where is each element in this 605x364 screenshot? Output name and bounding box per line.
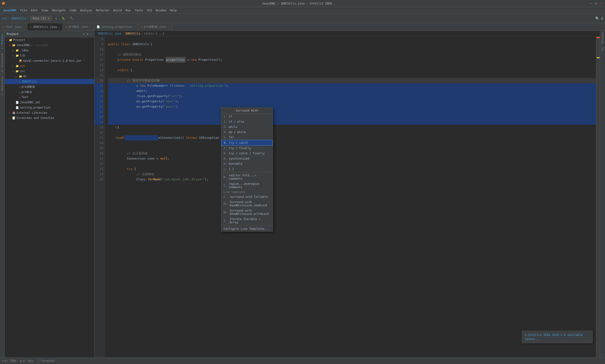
tab-pro-data[interactable]: ☕ pro读数据.java ✕: [138, 23, 172, 30]
popup-item-region[interactable]: C. region...endregion Comments: [221, 181, 273, 190]
tab-label: setting.properties: [101, 25, 132, 29]
popup-item-try-catch-finally[interactable]: 8. try / catch / finally: [221, 151, 273, 156]
tree-item-setting[interactable]: ▸ 📄 setting.properties: [5, 105, 94, 110]
popup-item-editor-fold[interactable]: B. <editor-fold...> Comments: [221, 173, 273, 181]
close-button[interactable]: ✕: [599, 2, 603, 5]
tree-item-lib[interactable]: ▾ 📁 lib: [5, 53, 94, 58]
panel-expand-icon[interactable]: ⊞: [86, 32, 89, 36]
editor-content[interactable]: 8 9 10 11 12 13 14 15 16 17 18 19 20 21 …: [94, 36, 600, 357]
popup-item-while[interactable]: 3. while: [221, 124, 273, 130]
popup-item-for[interactable]: 5. for: [221, 135, 273, 140]
popup-item-synchronized[interactable]: 9. synchronized: [221, 156, 273, 161]
menu-window[interactable]: Window: [154, 8, 168, 13]
tree-arrow: ▾: [6, 39, 9, 41]
tab-jdbcutils-java[interactable]: ☕ JDBCUtils.java ✕: [27, 23, 63, 30]
item-key: B.: [224, 175, 227, 179]
terminal-panel[interactable]: ⬛ Terminal: [37, 359, 55, 363]
run-config-selector[interactable]: Test (1) ▾: [30, 16, 52, 21]
run-panel[interactable]: ▶ 4: Run: [20, 359, 33, 363]
popup-item-try-finally[interactable]: 7. try / finally: [221, 146, 273, 151]
breadcrumb-src[interactable]: src: [2, 17, 7, 20]
sidebar-favorites-icon[interactable]: 2: Favorites: [0, 75, 4, 97]
popup-item-configure[interactable]: Configure Live Templates...: [221, 226, 273, 231]
sidebar-project-icon[interactable]: 1: Project: [0, 32, 4, 51]
tree-item-mysql-jar[interactable]: ▸ 📦 mysql-connector-java-5.1.0-bin.jar: [5, 58, 94, 63]
tab-close-icon[interactable]: ✕: [58, 26, 60, 28]
tab-close-icon[interactable]: ✕: [89, 26, 91, 28]
tree-item-d1[interactable]: ▸ 📁 d1: [5, 74, 94, 79]
tree-item-ext-libs[interactable]: ▸ 📚 External Libraries: [5, 110, 94, 115]
maximize-button[interactable]: □: [594, 2, 598, 5]
ant-icon[interactable]: Ant: [601, 45, 604, 52]
popup-item-do-while[interactable]: 4. do / while: [221, 130, 273, 135]
tree-item-project[interactable]: ▾ 📁 Project: [5, 37, 94, 42]
tree-item-test[interactable]: ▸ ☕ Test: [5, 94, 94, 100]
toolbar-search[interactable]: 🔍: [595, 16, 599, 20]
popup-item-callable[interactable]: C . Surround with Callable: [221, 194, 273, 199]
tab-close-icon[interactable]: ✕: [133, 26, 135, 28]
iml-icon: 📄: [16, 101, 19, 104]
popup-item-iterate[interactable]: I. Iterate Iterable | Array: [221, 217, 273, 225]
popup-item-try-catch[interactable]: 6. try / catch: [221, 140, 273, 146]
menu-view[interactable]: View: [40, 8, 50, 13]
tab-close-icon[interactable]: ✕: [23, 26, 24, 28]
build-button[interactable]: 🔨: [68, 16, 75, 21]
code-line-15: [108, 73, 600, 78]
breadcrumb-class[interactable]: JDBCUtils: [11, 17, 26, 20]
menu-help[interactable]: Help: [168, 8, 179, 13]
tree-item-src[interactable]: ▾ 📂 src: [5, 68, 94, 74]
menu-edit[interactable]: Edit: [29, 8, 40, 13]
database-icon[interactable]: Database: [601, 31, 604, 45]
menu-navigate[interactable]: Navigate: [50, 8, 68, 13]
scratch-icon: 📝: [12, 117, 16, 120]
popup-item-if-else[interactable]: 2. if / else: [221, 119, 273, 124]
tab-close-icon[interactable]: ✕: [167, 26, 169, 28]
run-button[interactable]: ▶: [54, 16, 59, 21]
popup-item-readlock[interactable]: RL. Surround with ReadWriteLock.readLock: [221, 199, 273, 208]
breadcrumb-sep2: ›: [141, 32, 143, 35]
tree-item-pro-data[interactable]: ▸ ☕ pro读数据: [5, 84, 94, 89]
menu-analyze[interactable]: Analyze: [78, 8, 94, 13]
tree-item-idea[interactable]: ▸ 📁 .idea: [5, 48, 94, 53]
debug-button[interactable]: 🐛: [60, 16, 67, 21]
tab-setting-properties[interactable]: 📄 setting.properties ✕: [94, 23, 138, 30]
menu-tools[interactable]: Tools: [133, 8, 145, 13]
toolbar-settings[interactable]: ⚙: [601, 16, 603, 20]
update-link[interactable]: Update...: [525, 338, 540, 341]
todo-panel[interactable]: ⊙ 6: TODO: [2, 359, 16, 363]
popup-item-writelock[interactable]: WL. Surround with ReadWriteLock.writeLoc…: [221, 208, 273, 217]
tree-arrow: ▸: [16, 75, 19, 78]
menu-file[interactable]: File: [18, 8, 29, 13]
tree-item-out[interactable]: ▸ 📁 out: [5, 63, 94, 68]
minimize-button[interactable]: ─: [589, 2, 593, 5]
popup-item-runnable[interactable]: 0. Runnable: [221, 161, 273, 166]
tab-pro-collection[interactable]: ☕ pro集合.java ✕: [63, 23, 94, 30]
item-label: if: [229, 115, 232, 118]
menu-refactor[interactable]: Refactor: [94, 8, 112, 13]
warning-stripe: [597, 57, 600, 58]
code-line-30: // 定义返回值: [108, 151, 600, 156]
menu-code[interactable]: Code: [68, 8, 78, 13]
breadcrumb: JDBCUtils.java › JDBCUtils › static {...…: [94, 31, 600, 36]
tree-item-pro-collection[interactable]: ▸ ☕ pro集合: [5, 89, 94, 94]
tree-item-javajdbc[interactable]: ▾ 📂 JavaJDBC D:\JavaJDBC: [5, 42, 94, 48]
tree-item-scratches[interactable]: ▸ 📝 Scratches and Consoles: [5, 115, 94, 120]
java-icon: ☕: [30, 25, 32, 28]
java-file-icon: ☕: [19, 85, 21, 88]
code-area[interactable]: public class JDBCUtils { // 获取双列集合 priva…: [105, 36, 600, 357]
popup-item-braces[interactable]: △ { }: [221, 166, 273, 172]
tree-item-iml[interactable]: ▸ 📄 JavaJDBC.iml: [5, 100, 94, 105]
tab-test-java[interactable]: ☕ Test.java ✕: [0, 23, 27, 30]
tree-arrow: ▸: [9, 112, 12, 114]
tree-item-jdbcutils[interactable]: ▸ ☕ JDBCUtils: [5, 79, 94, 84]
code-line-10: [108, 47, 600, 52]
panel-settings-icon[interactable]: ⚙: [82, 32, 85, 36]
popup-item-if[interactable]: 1. if: [221, 114, 273, 119]
panel-close-icon[interactable]: –: [90, 32, 92, 36]
menu-run[interactable]: Run: [124, 8, 133, 13]
menu-vcs[interactable]: VCS: [145, 8, 154, 13]
code-line-14: static {: [108, 68, 600, 73]
folder-icon: 📁: [16, 54, 19, 57]
sidebar-structure-icon[interactable]: 2: Structure: [0, 52, 4, 74]
menu-build[interactable]: Build: [112, 8, 124, 13]
